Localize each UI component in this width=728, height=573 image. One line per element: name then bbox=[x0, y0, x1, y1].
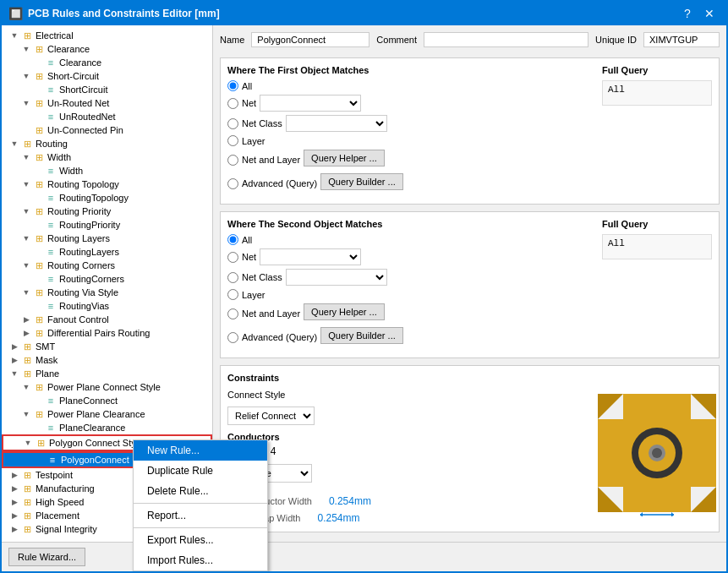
connect-style-dropdown[interactable]: Relief Connect Direct Connect No Connect bbox=[227, 407, 315, 425]
expand-clearance[interactable]: ▼ bbox=[20, 43, 32, 55]
conductors-label: Conductors bbox=[227, 432, 580, 442]
tree-item-plane[interactable]: ▼ ⊞ Plane bbox=[2, 367, 212, 380]
tree-item-electrical[interactable]: ▼ ⊞ Electrical bbox=[2, 29, 212, 42]
first-advanced-radio[interactable] bbox=[227, 178, 238, 189]
tree-item-shortcircuit[interactable]: ≡ ShortCircuit bbox=[2, 83, 212, 96]
expand-rpriority[interactable]: ▼ bbox=[20, 205, 32, 217]
context-menu-sep1 bbox=[134, 503, 267, 504]
folder-icon-manufacturing: ⊞ bbox=[20, 483, 34, 494]
expand-plane[interactable]: ▼ bbox=[8, 368, 20, 379]
tree-item-powerplaneclearance-group[interactable]: ▼ ⊞ Power Plane Clearance bbox=[2, 407, 212, 421]
tree-item-routingpriority[interactable]: ≡ RoutingPriority bbox=[2, 218, 212, 232]
context-menu-importrules[interactable]: Import Rules... bbox=[134, 550, 267, 570]
tree-item-routingpriority-group[interactable]: ▼ ⊞ Routing Priority bbox=[2, 205, 212, 218]
tree-item-routing[interactable]: ▼ ⊞ Routing bbox=[2, 137, 212, 150]
tree-item-clearance-group[interactable]: ▼ ⊞ Clearance bbox=[2, 42, 212, 56]
tree-item-routinglayers-group[interactable]: ▼ ⊞ Routing Layers bbox=[2, 232, 212, 245]
tree-label-highspeed: High Speed bbox=[36, 497, 85, 507]
name-input[interactable] bbox=[251, 32, 369, 47]
tree-item-clearance[interactable]: ≡ Clearance bbox=[2, 56, 212, 69]
tree-item-unroutednet-group[interactable]: ▼ ⊞ Un-Routed Net bbox=[2, 96, 212, 110]
expand-width[interactable]: ▼ bbox=[20, 151, 32, 163]
expand-ppclear[interactable]: ▼ bbox=[20, 408, 32, 420]
second-match-right: Full Query All bbox=[602, 219, 712, 351]
tree-item-fanout[interactable]: ▶ ⊞ Fanout Control bbox=[2, 313, 212, 326]
tree-item-unroutednet[interactable]: ≡ UnRoutedNet bbox=[2, 110, 212, 123]
tree-item-planeconnect[interactable]: ≡ PlaneConnect bbox=[2, 394, 212, 407]
expand-routing[interactable]: ▼ bbox=[8, 138, 20, 150]
tree-item-routingtopology[interactable]: ≡ RoutingTopology bbox=[2, 191, 212, 205]
comment-input[interactable] bbox=[424, 32, 588, 47]
tree-item-routingviastyle-group[interactable]: ▼ ⊞ Routing Via Style bbox=[2, 286, 212, 299]
expand-rcorners[interactable]: ▼ bbox=[20, 259, 32, 271]
expand-pgcs[interactable]: ▼ bbox=[22, 437, 34, 449]
context-menu-exportrules[interactable]: Export Rules... bbox=[134, 530, 267, 550]
expand-highspeed: ▶ bbox=[8, 496, 20, 508]
tree-item-routinglayers[interactable]: ≡ RoutingLayers bbox=[2, 245, 212, 259]
folder-icon-rl: ⊞ bbox=[32, 233, 46, 243]
help-button[interactable]: ? bbox=[677, 5, 698, 22]
first-all-row: All bbox=[227, 80, 595, 91]
second-netlayer-radio[interactable] bbox=[227, 308, 238, 319]
expand-ppc[interactable]: ▼ bbox=[20, 381, 32, 393]
first-all-label: All bbox=[242, 81, 252, 91]
window-title: PCB Rules and Constraints Editor [mm] bbox=[28, 8, 677, 19]
folder-icon-testpoint: ⊞ bbox=[20, 470, 34, 480]
second-netclass-dropdown[interactable] bbox=[286, 269, 387, 286]
tree-item-smt[interactable]: ▶ ⊞ SMT bbox=[2, 340, 212, 353]
rule-icon-rvias: ≡ bbox=[44, 301, 57, 311]
first-netclass-radio[interactable] bbox=[227, 118, 238, 129]
first-query-builder-btn[interactable]: Query Builder ... bbox=[320, 173, 402, 190]
tree-item-planeclearance[interactable]: ≡ PlaneClearance bbox=[2, 421, 212, 434]
tree-item-routingvias[interactable]: ≡ RoutingVias bbox=[2, 299, 212, 313]
tree-item-shortcircuit-group[interactable]: ▼ ⊞ Short-Circuit bbox=[2, 69, 212, 83]
tree-item-width-group[interactable]: ▼ ⊞ Width bbox=[2, 150, 212, 164]
expand-rlayers[interactable]: ▼ bbox=[20, 232, 32, 244]
second-net-radio[interactable] bbox=[227, 252, 238, 263]
rule-wizard-button[interactable]: Rule Wizard... bbox=[8, 548, 85, 566]
expand-shortcircuit[interactable]: ▼ bbox=[20, 70, 32, 82]
second-advanced-radio[interactable] bbox=[227, 332, 238, 343]
second-netclass-radio[interactable] bbox=[227, 272, 238, 283]
second-net-dropdown[interactable] bbox=[260, 248, 361, 265]
tree-item-unconnectedpin[interactable]: ⊞ Un-Connected Pin bbox=[2, 123, 212, 137]
tree-label-powerplaneclearance-group: Power Plane Clearance bbox=[47, 409, 145, 419]
tree-label-clearance-group: Clearance bbox=[47, 44, 90, 54]
context-menu-deleterule[interactable]: Delete Rule... bbox=[134, 481, 267, 501]
first-netclass-label: Net Class bbox=[242, 118, 282, 128]
expand-pgc-item bbox=[34, 454, 46, 466]
context-menu-newrule[interactable]: New Rule... bbox=[134, 440, 267, 461]
first-layer-radio[interactable] bbox=[227, 135, 238, 146]
second-layer-radio[interactable] bbox=[227, 289, 238, 300]
tree-item-diffpairs[interactable]: ▶ ⊞ Differential Pairs Routing bbox=[2, 326, 212, 340]
tree-item-routingtopology-group[interactable]: ▼ ⊞ Routing Topology bbox=[2, 177, 212, 191]
tree-item-width[interactable]: ≡ Width bbox=[2, 164, 212, 177]
first-netclass-dropdown[interactable] bbox=[286, 115, 387, 132]
constraints-left: Connect Style Relief Connect Direct Conn… bbox=[227, 390, 580, 525]
tree-item-mask[interactable]: ▶ ⊞ Mask bbox=[2, 353, 212, 367]
first-query-helper-btn[interactable]: Query Helper ... bbox=[304, 150, 385, 166]
first-netlayer-radio[interactable] bbox=[227, 155, 238, 166]
uniqueid-input[interactable] bbox=[643, 32, 720, 47]
context-menu-report[interactable]: Report... bbox=[134, 505, 267, 526]
second-layer-label: Layer bbox=[242, 290, 265, 300]
second-query-helper-btn[interactable]: Query Helper ... bbox=[304, 303, 385, 320]
first-all-radio[interactable] bbox=[227, 80, 238, 91]
expand-rcorners-item bbox=[32, 273, 44, 285]
first-fullquery-value: All bbox=[602, 80, 712, 106]
expand-unrouted[interactable]: ▼ bbox=[20, 97, 32, 109]
second-query-builder-btn[interactable]: Query Builder ... bbox=[320, 327, 402, 344]
first-layer-row: Layer bbox=[227, 135, 595, 146]
expand-electrical[interactable]: ▼ bbox=[8, 30, 20, 41]
tree-label-routingcorners-group: Routing Corners bbox=[47, 260, 115, 270]
tree-item-routingcorners[interactable]: ≡ RoutingCorners bbox=[2, 272, 212, 286]
second-all-radio[interactable] bbox=[227, 234, 238, 245]
expand-rviastyle[interactable]: ▼ bbox=[20, 286, 32, 298]
context-menu-duplicaterule[interactable]: Duplicate Rule bbox=[134, 461, 267, 481]
close-button[interactable]: ✕ bbox=[699, 5, 720, 22]
expand-rtopology[interactable]: ▼ bbox=[20, 178, 32, 190]
first-net-radio[interactable] bbox=[227, 98, 238, 109]
tree-item-routingcorners-group[interactable]: ▼ ⊞ Routing Corners bbox=[2, 259, 212, 272]
tree-item-powerplaneconnect-group[interactable]: ▼ ⊞ Power Plane Connect Style bbox=[2, 380, 212, 394]
first-net-dropdown[interactable] bbox=[260, 95, 361, 112]
